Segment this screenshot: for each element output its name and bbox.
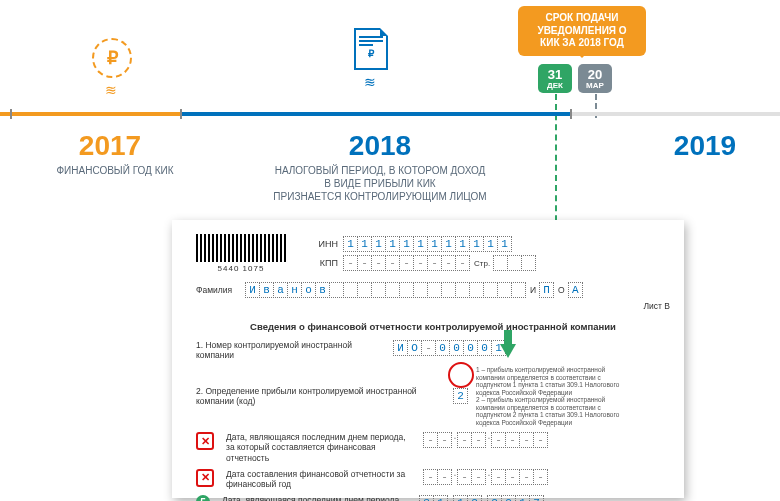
kik-form: 5440 1075 ИНН 111111111111 КПП ---------… — [172, 220, 684, 498]
i-cell: П — [539, 282, 554, 298]
date-badge-mar: 20 МАР — [578, 64, 612, 93]
timeline — [0, 112, 780, 120]
x1-label: Дата, являющаяся последним днем периода,… — [226, 432, 416, 463]
o-cell: А — [568, 282, 583, 298]
section-title: Сведения о финансовой отчетности контрол… — [196, 321, 670, 332]
ok-label: Дата, являющаяся последним днем периода,… — [222, 495, 412, 501]
ok-date: 31.12.2017 — [420, 495, 544, 501]
green-arrow-icon — [500, 344, 516, 358]
page-str-label: Стр. — [474, 259, 490, 268]
kpp-label: КПП — [304, 258, 338, 268]
date-badge-dec: 31 ДЕК — [538, 64, 572, 93]
callout-line: СРОК ПОДАЧИ — [545, 12, 618, 23]
callout-line: УВЕДОМЛЕНИЯ О — [537, 25, 626, 36]
q2-cell: 2 — [453, 388, 468, 404]
i-label: И — [530, 285, 536, 295]
q1-cells: ИО-00001 — [394, 340, 506, 356]
x2-label: Дата составления финансовой отчетности з… — [226, 469, 416, 489]
barcode-number: 5440 1075 — [196, 264, 286, 273]
date-blank: --.--.---- — [424, 432, 548, 448]
list-v: Лист В — [196, 301, 670, 311]
check-icon: 5 — [196, 495, 210, 501]
inn-label: ИНН — [304, 239, 338, 249]
deadline-callout: СРОК ПОДАЧИ УВЕДОМЛЕНИЯ О КИК ЗА 2018 ГО… — [518, 6, 646, 56]
year-2019: 2019 — [630, 130, 780, 162]
x-icon: ✕ — [196, 432, 214, 450]
barcode-icon — [196, 234, 286, 262]
document-icon: ₽ ≋ — [354, 28, 388, 90]
q1-label: 1. Номер контролируемой иностранной комп… — [196, 340, 386, 360]
o-label: О — [558, 285, 565, 295]
date-blank: --.--.---- — [424, 469, 548, 485]
x-icon: ✕ — [196, 469, 214, 487]
callout-line: КИК ЗА 2018 ГОД — [540, 37, 624, 48]
year-2017: 2017 — [35, 130, 185, 162]
year-2018: 2018 — [305, 130, 455, 162]
surname-cells: Иванов — [246, 282, 526, 298]
inn-cells: 111111111111 — [344, 236, 512, 252]
kpp-cells: --------- — [344, 255, 470, 271]
q2-label: 2. Определение прибыли контролируемой ин… — [196, 386, 446, 406]
surname-label: Фамилия — [196, 285, 246, 295]
q2-note: 1 – прибыль контролируемой иностранной к… — [476, 366, 626, 426]
year-2017-sub: ФИНАНСОВЫЙ ГОД КИК — [50, 164, 180, 177]
ruble-coin-icon: ₽ ≋ — [92, 38, 132, 98]
year-2018-sub: НАЛОГОВЫЙ ПЕРИОД, В КОТОРОМ ДОХОД В ВИДЕ… — [250, 164, 510, 203]
red-circle-icon — [448, 362, 474, 388]
